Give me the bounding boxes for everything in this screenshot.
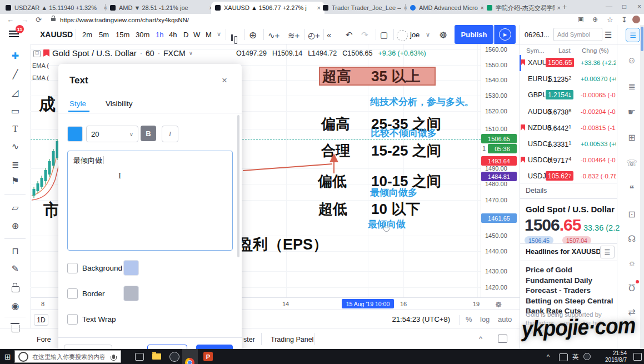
watchlist-row-nzdusd[interactable]: NZDUS 0.64421 -0.00815 (-1.2 [520, 120, 617, 136]
news-story-title[interactable]: Price of Gold Fundamental Daily Forecast… [526, 265, 613, 317]
flagged-tools-icon[interactable]: ⚑ [8, 173, 23, 188]
panel-layout-icon[interactable] [498, 335, 507, 343]
watchlist-row-usdchf[interactable]: USDCH 0.97174 -0.00464 (-0.4 [520, 152, 617, 168]
clock-label[interactable]: 21:54:23 (UTC+8) [311, 315, 450, 323]
taskbar-search-input[interactable] [31, 353, 106, 361]
scrollbar[interactable] [640, 25, 644, 349]
border-checkbox[interactable] [67, 288, 78, 299]
publish-button[interactable]: Publish [455, 25, 493, 44]
annotation-note[interactable]: 纯技术分析，参与多头。 [370, 96, 474, 108]
chrome-icon[interactable] [185, 358, 194, 364]
shapes-icon[interactable]: ▭ [8, 103, 23, 118]
timeframe-30m[interactable]: 30m [136, 31, 149, 39]
expand-panel-chevron-icon[interactable]: ^ [479, 335, 482, 343]
annotation-label[interactable]: 超低 [318, 200, 347, 219]
fullscreen-icon[interactable]: ▢ [380, 30, 388, 40]
italic-button[interactable]: I [162, 126, 178, 142]
back-icon[interactable]: ← [7, 16, 14, 24]
watchlist-row-eurusd[interactable]: EURUS 1.12352 +0.00370 (+0.3 [520, 71, 617, 87]
window-minimize-button[interactable]: — [606, 3, 612, 11]
browser-tab-2[interactable]: AMD ▼ 28.51 -1.21% joe × [106, 2, 217, 14]
chevron-down-icon[interactable]: ∨ [426, 31, 430, 38]
action-center-icon[interactable] [633, 353, 642, 361]
page-zoom-icon[interactable]: ⊕ [592, 16, 598, 23]
browser-tab-3-active[interactable]: XAUUSD ▲ 1506.77 +2.27% j × [211, 2, 325, 14]
timeframe-2m[interactable]: 2m [82, 31, 92, 39]
crosshair-icon[interactable]: ✚ [8, 48, 23, 63]
annotation-value[interactable]: 15-25 之间 [371, 141, 441, 161]
download-icon[interactable]: ↧ [621, 16, 627, 24]
timeframe-d[interactable]: D [183, 31, 188, 39]
tray-clock[interactable]: 21:54 2019/8/7 [596, 350, 627, 363]
lock-drawings-icon[interactable] [8, 280, 23, 295]
comments-icon[interactable]: ⊡ [623, 206, 640, 222]
add-symbol-input[interactable] [553, 28, 602, 41]
watchlist-header-symbol[interactable]: Sym... [526, 47, 545, 54]
user-avatar[interactable] [397, 30, 408, 41]
chart-title[interactable]: Gold Spot / U.S. Dollar [52, 48, 137, 58]
trend-line-icon[interactable]: ╱ [8, 67, 23, 82]
annotation-label[interactable]: 超高 [322, 67, 351, 86]
details-header[interactable]: Details [526, 187, 547, 195]
browser-tab-1[interactable]: USDZAR ▲ 15.11940 +1.32% × [2, 2, 111, 14]
text-wrap-checkbox[interactable] [67, 314, 78, 325]
indicators-icon[interactable]: ∿+ [268, 31, 279, 41]
browser-menu-dots-icon[interactable]: ⋮ [642, 16, 644, 24]
border-color-swatch[interactable] [123, 286, 139, 301]
text-color-swatch[interactable] [67, 126, 83, 142]
annotation-note[interactable]: 最倾向做多 [370, 186, 417, 199]
timeframe-15m[interactable]: 15m [116, 31, 129, 39]
ema-indicator-label[interactable]: EMA ( [32, 74, 49, 81]
ema-indicator-label[interactable]: EMA ( [32, 62, 49, 69]
hide-drawings-eye-icon[interactable]: ◉ [8, 298, 23, 313]
new-tab-button[interactable]: + [562, 2, 567, 11]
annotation-note[interactable]: 比较不倾向做多 [371, 127, 437, 139]
watchlist-list-icon[interactable]: ☰ [605, 30, 612, 40]
axis-settings-gear-icon[interactable]: ☸ [495, 300, 502, 309]
percent-scale-button[interactable]: % [466, 315, 472, 323]
ideas-bulb-icon[interactable]: ☼ [623, 255, 640, 271]
window-close-button[interactable]: × [637, 3, 641, 11]
watchlist-row-usdjpy[interactable]: USDJP 105.627 -0.832 (-0.78 [520, 168, 617, 185]
ime-indicator[interactable]: 英 [572, 353, 579, 361]
collapse-legend-icon[interactable]: ⊟ [33, 50, 41, 57]
chevron-down-icon[interactable]: ∨ [217, 31, 221, 38]
alert-icon[interactable]: ◴+ [308, 31, 320, 41]
obs-icon[interactable] [169, 352, 179, 362]
like-hand-icon[interactable]: ☛ [623, 103, 640, 120]
taskbar-search-box[interactable] [14, 350, 121, 363]
symbol-search-button[interactable]: XAUUSD [40, 30, 73, 39]
timeframe-w[interactable]: W [193, 31, 200, 39]
undo-icon[interactable]: ↶ [346, 30, 353, 40]
scrollbar-thumb[interactable] [641, 27, 643, 51]
highlighted-drawing[interactable]: 超高 35 以上 [320, 68, 435, 84]
tab-strategy-tester[interactable]: ster [243, 336, 255, 343]
forecast-icon[interactable]: ≣ [8, 157, 23, 172]
watchlist-name-dropdown[interactable]: 0626J... [525, 31, 549, 39]
tray-expand-icon[interactable]: ^ [547, 353, 550, 360]
annotation-value[interactable]: 35 以上 [371, 67, 420, 86]
timeframe-5m[interactable]: 5m [99, 31, 109, 39]
dialog-close-icon[interactable]: × [222, 75, 227, 86]
microphone-icon[interactable] [112, 355, 115, 359]
chart-legend[interactable]: Gold Spot / U.S. Dollar · 60 · FXCM ∨ [52, 48, 193, 58]
chart-drawing-text[interactable]: 成 [39, 93, 56, 116]
replay-play-button[interactable]: ▶ [494, 25, 516, 44]
tray-monitor-icon[interactable] [559, 353, 568, 361]
replay-rewind-icon[interactable]: « [327, 30, 331, 39]
chevron-down-icon[interactable]: ∨ [189, 50, 193, 56]
dialog-tab-style[interactable]: Style [69, 99, 86, 108]
timeframe-4h[interactable]: 4h [169, 31, 177, 39]
powerpoint-icon[interactable]: P [203, 352, 213, 361]
trend-arrow-drawing[interactable] [239, 149, 350, 182]
start-button-icon[interactable]: ⊞ [4, 352, 11, 361]
task-view-icon[interactable] [135, 353, 144, 361]
chart-style-candles-icon[interactable] [231, 34, 233, 41]
calendar-icon[interactable]: ⊞ [623, 129, 640, 146]
browser-tab-4[interactable]: Trader Trader_Joe_Lee — 交易 × [319, 2, 411, 14]
patterns-icon[interactable]: ∿ [8, 139, 23, 154]
browser-tab-5[interactable]: AMD Advanced Micro Device × [406, 2, 488, 14]
browser-tab-6[interactable]: 学院介绍-杰克交易学院-中国顶 × [483, 2, 565, 14]
log-scale-button[interactable]: log [480, 315, 490, 323]
annotation-value[interactable]: 10 以下 [371, 200, 420, 219]
